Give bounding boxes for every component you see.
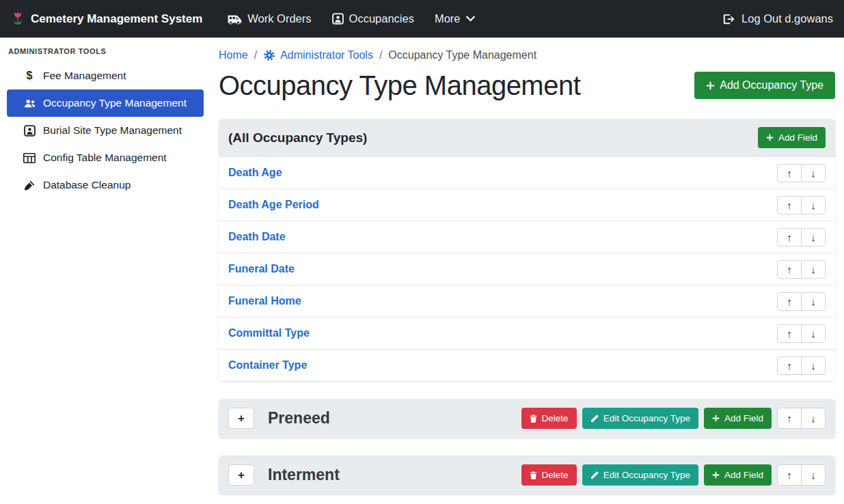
sidebar-item-database-cleanup[interactable]: Database Cleanup <box>7 171 204 199</box>
add-occupancy-type-button[interactable]: Add Occupancy Type <box>694 72 835 99</box>
sidebar-item-fee-management[interactable]: $ Fee Management <box>7 62 204 89</box>
nav-more[interactable]: More <box>435 12 475 25</box>
move-up-button[interactable]: ↑ <box>777 228 802 247</box>
field-name-link[interactable]: Funeral Date <box>228 263 295 275</box>
page-title: Occupancy Type Management <box>219 68 580 102</box>
section-title: Interment <box>268 466 340 484</box>
nav-occupancies[interactable]: Occupancies <box>332 12 414 25</box>
sidebar-item-occupancy-type-management[interactable]: Occupancy Type Management <box>7 89 204 117</box>
add-occupancy-type-label: Add Occupancy Type <box>720 79 823 92</box>
move-up-button[interactable]: ↑ <box>777 196 802 214</box>
breadcrumb-admin-tools-link[interactable]: Administrator Tools <box>263 49 373 61</box>
all-types-card-header: (All Occupancy Types) Add Field <box>219 119 835 156</box>
move-up-button[interactable]: ↑ <box>777 356 802 375</box>
move-down-button[interactable]: ↓ <box>801 228 826 247</box>
delete-button-label: Delete <box>542 470 569 480</box>
breadcrumb-separator: / <box>379 49 382 61</box>
table-icon <box>22 153 37 163</box>
move-down-button[interactable]: ↓ <box>801 324 826 343</box>
arrow-down-icon: ↓ <box>811 264 816 275</box>
plus-glyph: + <box>238 468 245 482</box>
section-title: Preneed <box>268 409 330 428</box>
expand-button[interactable]: + <box>228 464 254 486</box>
move-up-button[interactable]: ↑ <box>777 164 802 182</box>
reorder-buttons: ↑ ↓ <box>777 324 826 343</box>
field-name-link[interactable]: Funeral Home <box>228 295 301 307</box>
main-content: Home / Administrator Tools / Occupancy T… <box>210 38 844 504</box>
arrow-up-icon: ↑ <box>787 360 792 372</box>
move-up-button[interactable]: ↑ <box>777 408 802 429</box>
primary-nav: Work Orders Occupancies More <box>202 12 474 25</box>
arrow-up-icon: ↑ <box>787 328 792 339</box>
reorder-buttons: ↑ ↓ <box>777 228 826 247</box>
field-name-link[interactable]: Container Type <box>228 359 307 372</box>
field-name-link[interactable]: Committal Type <box>228 327 310 339</box>
edit-occupancy-type-button[interactable]: Edit Occupancy Type <box>582 464 698 486</box>
move-down-button[interactable]: ↓ <box>801 292 826 311</box>
plus-glyph: + <box>238 412 245 425</box>
sidebar: Administrator Tools $ Fee Management Occ… <box>0 38 210 504</box>
type-section: + Interment Delete Edit Occupancy Type <box>219 456 835 494</box>
reorder-buttons: ↑ ↓ <box>777 292 826 311</box>
nav-occupancies-label: Occupancies <box>349 12 414 25</box>
sidebar-item-label: Burial Site Type Management <box>43 124 182 137</box>
move-down-button[interactable]: ↓ <box>801 196 826 214</box>
move-up-button[interactable]: ↑ <box>777 292 802 311</box>
edit-occupancy-type-button[interactable]: Edit Occupancy Type <box>582 408 698 429</box>
arrow-up-icon: ↑ <box>787 296 792 307</box>
sidebar-heading: Administrator Tools <box>0 42 210 62</box>
field-row: Death Date ↑ ↓ <box>219 221 835 253</box>
move-up-button[interactable]: ↑ <box>777 464 802 486</box>
arrow-up-icon: ↑ <box>787 199 792 211</box>
move-down-button[interactable]: ↓ <box>801 408 826 429</box>
sidebar-item-config-table-management[interactable]: Config Table Management <box>7 144 204 171</box>
expand-button[interactable]: + <box>228 408 254 429</box>
edit-button-label: Edit Occupancy Type <box>603 470 690 480</box>
nav-work-orders[interactable]: Work Orders <box>227 12 311 25</box>
add-field-button[interactable]: Add Field <box>704 408 772 429</box>
reorder-buttons: ↑ ↓ <box>777 408 826 429</box>
move-down-button[interactable]: ↓ <box>801 464 826 486</box>
plus-icon <box>712 415 720 422</box>
field-name-link[interactable]: Death Age Period <box>228 199 319 211</box>
arrow-down-icon: ↓ <box>811 360 816 372</box>
delete-button[interactable]: Delete <box>521 408 577 429</box>
arrow-down-icon: ↓ <box>811 296 816 307</box>
reorder-buttons: ↑ ↓ <box>777 356 826 375</box>
arrow-down-icon: ↓ <box>811 167 816 179</box>
all-types-field-list: Death Age ↑ ↓ Death Age Period ↑ ↓ Death… <box>219 156 835 381</box>
move-down-button[interactable]: ↓ <box>801 356 826 375</box>
add-field-button[interactable]: Add Field <box>758 127 826 148</box>
tulip-logo-icon <box>11 11 25 27</box>
sidebar-item-burial-site-type-management[interactable]: Burial Site Type Management <box>7 117 204 144</box>
arrow-down-icon: ↓ <box>811 469 816 481</box>
delete-button[interactable]: Delete <box>521 464 577 486</box>
broom-icon <box>22 180 37 191</box>
move-up-button[interactable]: ↑ <box>777 260 802 279</box>
top-navbar: Cemetery Management System Work Orders O… <box>0 0 844 38</box>
field-row: Container Type ↑ ↓ <box>219 349 835 381</box>
move-up-button[interactable]: ↑ <box>777 324 802 343</box>
dollar-icon: $ <box>22 70 37 82</box>
add-field-button-label: Add Field <box>724 470 763 480</box>
app-brand[interactable]: Cemetery Management System <box>11 11 202 27</box>
move-down-button[interactable]: ↓ <box>801 164 826 182</box>
breadcrumb-current: Occupancy Type Management <box>388 49 536 61</box>
field-name-link[interactable]: Death Age <box>228 167 282 179</box>
logout-button[interactable]: Log Out d.gowans <box>723 12 833 25</box>
add-field-button[interactable]: Add Field <box>704 464 772 486</box>
pencil-icon <box>590 471 599 479</box>
title-row: Occupancy Type Management Add Occupancy … <box>219 68 835 102</box>
chevron-down-icon <box>466 16 475 22</box>
trash-icon <box>530 471 537 479</box>
breadcrumb-home-link[interactable]: Home <box>219 49 248 61</box>
field-name-link[interactable]: Death Date <box>228 231 286 243</box>
move-down-button[interactable]: ↓ <box>801 260 826 279</box>
pencil-icon <box>590 415 599 423</box>
add-field-label: Add Field <box>778 132 817 143</box>
arrow-down-icon: ↓ <box>811 412 816 424</box>
reorder-buttons: ↑ ↓ <box>777 196 826 214</box>
field-row: Funeral Date ↑ ↓ <box>219 253 835 285</box>
field-row: Death Age Period ↑ ↓ <box>219 188 835 221</box>
arrow-down-icon: ↓ <box>811 328 816 339</box>
